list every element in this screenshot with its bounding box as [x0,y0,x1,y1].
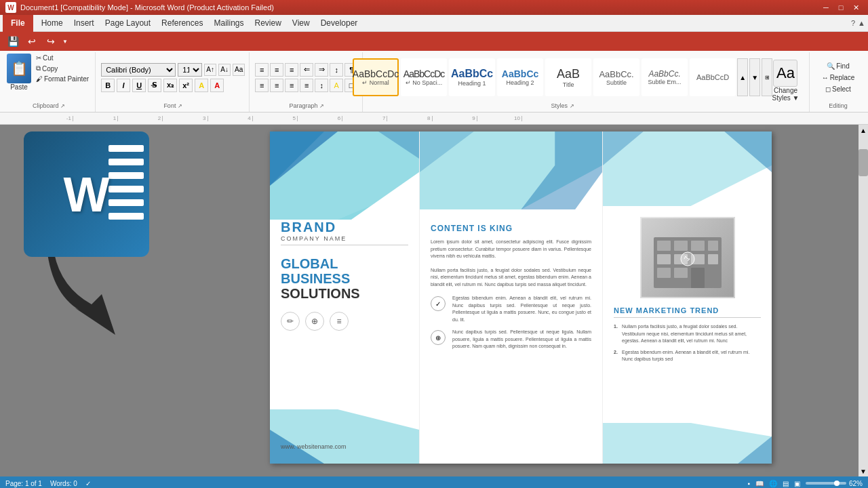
word-logo-w: W [64,167,110,222]
style-subtitle[interactable]: AaBbCc. Subtitle [593,58,639,96]
close-button[interactable]: ✕ [849,3,863,12]
style-subtle-ref[interactable]: AaBbCcD [690,58,736,96]
find-button[interactable]: 🔍Find [825,62,851,70]
style-heading2[interactable]: AaBbCc Heading 2 [497,58,543,96]
file-menu-button[interactable]: File [3,15,33,32]
building-photo [640,217,735,298]
style-title[interactable]: AaB Title [545,58,591,96]
highlight-button[interactable]: A [195,79,208,92]
underline-button[interactable]: U [132,79,146,92]
view-outline-icon[interactable]: ▤ [783,480,789,487]
font-grow-button[interactable]: A↑ [204,64,216,76]
lorem-para2: Nullam porta facilisis justo, a feugiat … [431,267,591,289]
change-styles-button[interactable]: Aa ChangeStyles ▼ [767,57,805,104]
style-subtitle-label: Subtitle [606,79,627,86]
select-button[interactable]: ◻Select [823,85,853,94]
solutions-text: SOLUTIONS [281,286,408,301]
view-draft-icon[interactable]: ▣ [794,480,800,487]
sort-button[interactable]: ↕ [330,63,343,77]
style-normal[interactable]: AaBbCcDc ↵ Normal [353,58,399,96]
ruler-mark: 2 [118,116,163,121]
right-bottom-decoration [603,423,772,464]
styles-scroll-up[interactable]: ▲ [737,58,748,96]
view-reading-icon[interactable]: 📖 [755,480,764,487]
strikethrough-button[interactable]: S̶ [148,79,161,92]
lorem-para1: Lorem ipsum dolor sit amet, consectetur … [431,239,591,260]
bullets-button[interactable]: ≡ [255,63,269,77]
vertical-scrollbar[interactable]: ▲ ▼ [859,125,868,476]
line-spacing-button[interactable]: ↕ [315,79,328,92]
align-center-button[interactable]: ≡ [270,79,283,92]
numbered-button[interactable]: ≡ [270,63,283,77]
content-heading: CONTENT IS KING [431,224,591,233]
mid-item-2: ⊕ Nunc dapibus turpis sed. Pellentesque … [431,329,591,350]
justify-button[interactable]: ≡ [300,79,313,92]
style-subtle-em[interactable]: AaBbCc. Subtle Em... [642,58,688,96]
style-nospace[interactable]: AaBbCcDc ↵ No Spaci... [401,58,447,96]
icon-edit[interactable]: ✏ [281,312,300,331]
status-bar: Page: 1 of 1 Words: 0 ✓ ▪ 📖 🌐 ▤ ▣ 62% [0,476,868,488]
menu-right-controls[interactable]: ?▲ [851,19,865,27]
word-count: Words: 0 [50,480,77,487]
replace-button[interactable]: ↔Replace [820,73,857,82]
qa-dropdown-button[interactable]: ▼ [62,39,68,45]
menu-review[interactable]: Review [249,15,286,32]
view-web-icon[interactable]: 🌐 [769,480,777,487]
word-logo-container: W [24,131,159,260]
font-shrink-button[interactable]: A↓ [218,64,231,76]
zoom-slider[interactable] [806,482,846,485]
qa-undo-button[interactable]: ↩ [24,34,39,49]
cut-button[interactable]: ✂Cut [34,54,91,62]
menu-mailings[interactable]: Mailings [208,15,249,32]
minimize-button[interactable]: ─ [819,3,833,12]
paste-button[interactable]: 📋 Paste [7,54,31,91]
menu-view[interactable]: View [287,15,315,32]
zoom-control[interactable]: 62% [806,480,863,487]
menu-insert[interactable]: Insert [68,15,100,32]
view-normal-icon[interactable]: ▪ [747,480,750,487]
menu-page-layout[interactable]: Page Layout [100,15,156,32]
mid-top-decoration [420,131,602,209]
scroll-thumb[interactable] [859,149,868,176]
clear-format-button[interactable]: Aa [233,64,245,76]
subscript-button[interactable]: x₂ [163,79,177,92]
italic-button[interactable]: I [117,79,130,92]
qa-redo-button[interactable]: ↪ [43,34,58,49]
document-canvas[interactable]: BRAND COMPANY NAME GLOBAL BUSINESS SOLUT… [183,125,859,476]
right-top-decoration [603,131,772,206]
ruler-mark: 7 [342,116,387,121]
font-color-button[interactable]: A [210,79,224,92]
word-logo-bg: W [24,131,149,257]
format-painter-button[interactable]: 🖌Format Painter [34,75,91,83]
style-heading1[interactable]: AaBbCc Heading 1 [449,58,495,96]
menu-home[interactable]: Home [36,15,68,32]
scroll-down-button[interactable]: ▼ [859,466,868,476]
font-size-select[interactable]: 11 [178,63,202,77]
copy-button[interactable]: ⧉Copy [34,64,91,73]
icon-add[interactable]: ⊕ [305,312,324,331]
qa-save-button[interactable]: 💾 [5,34,20,49]
icon-menu[interactable]: ≡ [330,312,349,331]
bold-button[interactable]: B [101,79,115,92]
font-face-select[interactable]: Calibri (Body) [101,63,176,77]
ribbon: 📋 Paste ✂Cut ⧉Copy 🖌Format Painter Clipb… [0,51,868,113]
decrease-indent-button[interactable]: ⇐ [300,63,313,77]
brochure-icons: ✏ ⊕ ≡ [281,312,408,331]
clipboard-label: Clipboard ↗ [33,102,65,110]
align-left-button[interactable]: ≡ [255,79,269,92]
mid-icon-2: ⊕ [431,330,446,345]
title-bar-controls[interactable]: ─ □ ✕ [819,3,863,12]
styles-scroll-down[interactable]: ▼ [749,58,760,96]
shading-button[interactable]: A [330,79,343,92]
multilevel-button[interactable]: ≡ [285,63,298,77]
scroll-up-button[interactable]: ▲ [859,125,868,136]
menu-references[interactable]: References [156,15,208,32]
align-right-button[interactable]: ≡ [285,79,298,92]
style-subtle-em-preview: AaBbCc. [648,69,680,79]
zoom-level: 62% [849,480,863,487]
restore-button[interactable]: □ [834,3,848,12]
increase-indent-button[interactable]: ⇒ [315,63,328,77]
menu-developer[interactable]: Developer [315,15,363,32]
superscript-button[interactable]: x² [179,79,193,92]
style-heading2-label: Heading 2 [507,79,534,86]
